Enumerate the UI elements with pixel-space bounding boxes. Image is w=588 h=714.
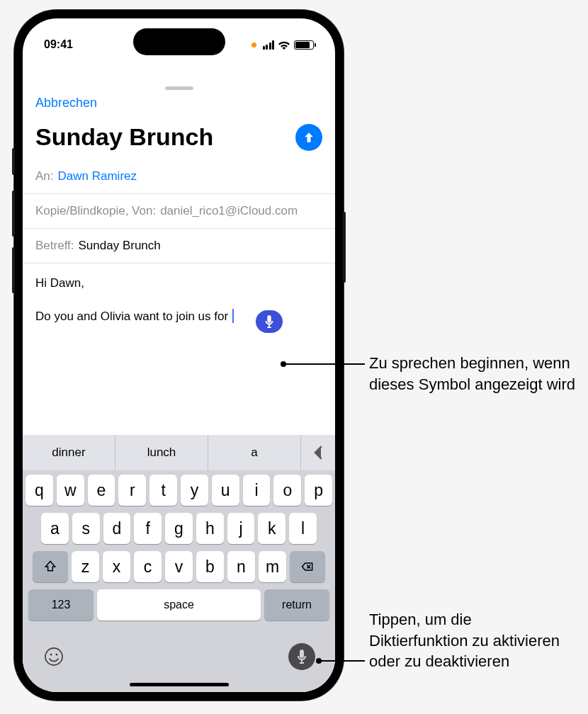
mute-switch <box>12 148 15 175</box>
cc-value: daniel_rico1@iCloud.com <box>160 204 298 218</box>
key-h[interactable]: h <box>196 513 224 544</box>
wifi-icon <box>278 40 290 50</box>
chevron-left-icon <box>313 446 323 460</box>
suggestion-2[interactable]: lunch <box>115 435 208 470</box>
key-j[interactable]: j <box>227 513 255 544</box>
key-l[interactable]: l <box>289 513 317 544</box>
key-s[interactable]: s <box>72 513 100 544</box>
key-q[interactable]: q <box>26 475 53 506</box>
return-key[interactable]: return <box>264 589 329 620</box>
key-u[interactable]: u <box>212 475 239 506</box>
key-k[interactable]: k <box>258 513 285 544</box>
send-button[interactable] <box>295 124 322 151</box>
numeric-key[interactable]: 123 <box>28 589 94 620</box>
subject-field[interactable]: Betreff: Sunday Brunch <box>23 229 335 264</box>
phone-frame: 09:41 Abbrechen Sunday Brunch <box>14 10 344 701</box>
cellular-icon <box>263 40 275 50</box>
space-key[interactable]: space <box>97 589 261 620</box>
microphone-icon <box>296 650 307 664</box>
key-g[interactable]: g <box>165 513 193 544</box>
svg-point-0 <box>45 648 62 665</box>
screen: 09:41 Abbrechen Sunday Brunch <box>23 18 335 692</box>
suggestion-3[interactable]: a <box>208 435 301 470</box>
shift-key[interactable] <box>33 551 68 582</box>
volume-up <box>12 191 15 237</box>
body-line: Do you and Olivia want to join us for <box>35 310 228 323</box>
volume-down <box>12 247 15 293</box>
callout-2: Tippen, um die Diktierfunktion zu aktivi… <box>369 609 567 672</box>
collapse-suggestions-button[interactable] <box>301 435 335 470</box>
key-x[interactable]: x <box>103 551 130 582</box>
status-time: 09:41 <box>44 38 73 51</box>
to-label: An: <box>35 169 54 183</box>
key-e[interactable]: e <box>88 475 115 506</box>
key-v[interactable]: v <box>165 551 193 582</box>
microphone-icon <box>264 315 274 328</box>
key-o[interactable]: o <box>273 475 301 506</box>
key-y[interactable]: y <box>181 475 208 506</box>
key-m[interactable]: m <box>259 551 286 582</box>
suggestion-bar: dinner lunch a <box>23 435 335 470</box>
sheet-grabber[interactable] <box>165 86 193 90</box>
subject-label: Betreff: <box>35 239 74 253</box>
svg-point-2 <box>56 654 58 656</box>
key-p[interactable]: p <box>305 475 332 506</box>
dictation-indicator[interactable] <box>256 310 283 333</box>
email-body[interactable]: Hi Dawn, Do you and Olivia want to join … <box>23 264 335 352</box>
key-row-2: a s d f g h j k l <box>26 513 332 544</box>
key-t[interactable]: t <box>149 475 177 506</box>
key-c[interactable]: c <box>134 551 162 582</box>
key-w[interactable]: w <box>57 475 84 506</box>
key-f[interactable]: f <box>134 513 162 544</box>
key-row-1: q w e r t y u i o p <box>26 475 332 506</box>
callout-1: Zu sprechen beginnen, wenn dieses Symbol… <box>369 353 582 395</box>
cancel-button[interactable]: Abbrechen <box>35 96 97 110</box>
dictate-button[interactable] <box>288 643 315 670</box>
callout-line-2 <box>319 660 365 662</box>
svg-point-1 <box>50 654 52 656</box>
callout-line-1 <box>283 363 365 365</box>
compose-title: Sunday Brunch <box>35 123 213 151</box>
battery-icon <box>294 40 314 50</box>
cc-label: Kopie/Blindkopie, Von: <box>35 204 156 218</box>
key-b[interactable]: b <box>196 551 224 582</box>
backspace-icon <box>300 560 315 574</box>
backspace-key[interactable] <box>290 551 325 582</box>
arrow-up-icon <box>302 130 316 144</box>
side-button <box>343 212 346 283</box>
key-row-3: z x c v b n m <box>26 551 332 582</box>
to-field[interactable]: An: Dawn Ramirez <box>23 159 335 194</box>
cc-field[interactable]: Kopie/Blindkopie, Von: daniel_rico1@iClo… <box>23 194 335 229</box>
compose-sheet: Abbrechen Sunday Brunch An: Dawn Ramirez… <box>23 81 335 692</box>
key-r[interactable]: r <box>118 475 146 506</box>
body-greeting: Hi Dawn, <box>35 275 322 293</box>
key-d[interactable]: d <box>103 513 131 544</box>
home-indicator[interactable] <box>130 683 229 686</box>
keyboard: dinner lunch a q w e r t y u <box>23 435 335 692</box>
key-a[interactable]: a <box>41 513 69 544</box>
shift-icon <box>43 560 57 574</box>
to-recipient[interactable]: Dawn Ramirez <box>58 169 137 183</box>
emoji-icon <box>44 647 64 667</box>
key-row-4: 123 space return <box>26 589 332 620</box>
dynamic-island <box>133 28 225 55</box>
key-i[interactable]: i <box>243 475 271 506</box>
suggestion-1[interactable]: dinner <box>23 435 115 470</box>
mic-in-use-dot <box>251 42 256 47</box>
emoji-button[interactable] <box>43 645 65 668</box>
subject-value: Sunday Brunch <box>79 239 161 253</box>
key-n[interactable]: n <box>227 551 255 582</box>
key-z[interactable]: z <box>72 551 99 582</box>
text-cursor <box>232 309 234 323</box>
